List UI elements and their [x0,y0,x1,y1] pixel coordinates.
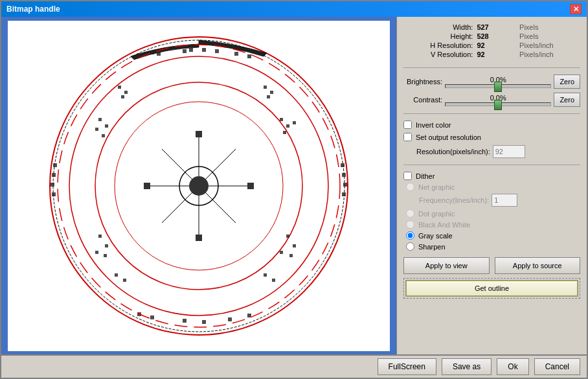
contrast-thumb[interactable] [494,100,502,110]
svg-rect-47 [283,131,286,134]
cancel-button[interactable]: Cancel [534,358,580,375]
black-and-white-radio[interactable] [406,220,414,229]
svg-rect-56 [118,86,121,89]
frequency-input[interactable] [492,194,517,207]
svg-rect-37 [202,320,206,324]
output-resolution-row: Set output resolution [403,133,580,141]
svg-rect-43 [102,134,105,137]
fullscreen-button[interactable]: FullScreen [378,358,436,375]
svg-rect-16 [137,53,141,57]
brightness-row: Brightness: 0.0% Zero [403,75,580,89]
contrast-zero-button[interactable]: Zero [554,93,580,107]
invert-color-label[interactable]: Invert color [416,121,451,129]
resolution-input[interactable] [493,145,525,158]
svg-rect-50 [95,251,98,254]
dot-graphic-radio[interactable] [406,209,414,218]
svg-rect-23 [215,49,219,53]
svg-rect-61 [267,95,270,98]
bitmap-image [8,21,390,351]
right-panel: Width: 527 Pixels Height: 528 Pixels H R… [396,17,587,354]
contrast-row: Contrast: 0.0% Zero [403,93,580,107]
frequency-label: Frequency(lines/inch): [419,196,489,204]
brightness-zero-button[interactable]: Zero [554,75,580,89]
svg-rect-60 [270,91,273,94]
net-graphic-label: Net graphic [418,183,455,191]
height-unit: Pixels [519,32,580,40]
svg-rect-62 [115,273,118,277]
gray-scale-radio[interactable] [406,231,414,240]
sharpen-row: Sharpen [406,242,580,251]
action-buttons: Apply to view Apply to source [403,257,580,274]
svg-rect-42 [95,128,98,131]
brightness-label: Brightness: [403,78,442,86]
resolution-input-label: Resolution(pixels/inch): [416,148,490,155]
separator-3 [403,165,580,165]
bitmap-handle-window: Bitmap handle ✕ [0,0,588,379]
image-area [8,21,390,351]
dither-label[interactable]: Dither [416,172,435,180]
net-graphic-row: Net graphic [406,183,580,191]
ok-button[interactable]: Ok [497,358,528,375]
svg-rect-38 [228,317,232,321]
apply-source-button[interactable]: Apply to source [495,257,581,274]
h-resolution-unit: Pixels/inch [519,41,580,49]
svg-rect-59 [264,86,267,89]
frequency-row: Frequency(lines/inch): [419,194,580,207]
bottom-bar: FullScreen Save as Ok Cancel [1,354,587,378]
brightness-track[interactable] [445,84,551,88]
svg-rect-33 [342,192,346,196]
contrast-label: Contrast: [403,96,442,104]
svg-rect-64 [264,273,267,277]
brightness-thumb[interactable] [494,82,502,92]
h-resolution-value: 92 [477,41,515,49]
v-resolution-unit: Pixels/inch [519,51,580,58]
brightness-slider-container: 0.0% [445,76,551,88]
contrast-slider-container: 0.0% [445,94,551,106]
svg-rect-13 [196,235,202,241]
image-placeholder [8,21,390,351]
v-resolution-value: 92 [477,51,515,58]
svg-rect-58 [121,95,124,98]
output-resolution-label[interactable]: Set output resolution [416,133,481,141]
svg-rect-20 [183,49,187,53]
svg-rect-25 [247,54,251,58]
window-title: Bitmap handle [6,5,60,14]
h-resolution-label: H Resolution: [403,41,473,49]
svg-rect-21 [189,48,193,52]
svg-rect-32 [343,183,347,187]
svg-rect-24 [234,52,238,56]
svg-rect-27 [52,173,56,177]
image-info: Width: 527 Pixels Height: 528 Pixels H R… [403,23,580,58]
svg-rect-45 [286,124,289,128]
svg-rect-36 [183,319,187,323]
svg-rect-40 [98,118,102,121]
width-value: 527 [477,23,515,31]
svg-rect-49 [105,244,108,247]
output-resolution-checkbox[interactable] [403,133,412,141]
svg-rect-28 [51,183,54,187]
dot-graphic-row: Dot graphic [406,209,580,218]
apply-view-button[interactable]: Apply to view [403,257,490,274]
get-outline-button[interactable]: Get outline [405,280,578,297]
save-as-button[interactable]: Save as [442,358,492,375]
svg-rect-19 [157,52,161,56]
dither-checkbox[interactable] [403,172,412,180]
close-button[interactable]: ✕ [570,4,582,14]
svg-rect-65 [272,279,275,282]
height-label: Height: [403,32,473,40]
svg-rect-26 [53,163,57,167]
svg-rect-18 [150,51,154,54]
invert-color-checkbox[interactable] [403,121,412,129]
svg-rect-29 [52,192,56,196]
svg-rect-14 [144,183,150,189]
svg-rect-35 [150,316,154,319]
svg-rect-54 [280,251,283,254]
dot-graphic-label: Dot graphic [418,210,455,218]
dither-checkbox-row: Dither [403,172,580,180]
contrast-track[interactable] [445,102,551,106]
net-graphic-radio[interactable] [406,183,414,191]
svg-rect-41 [105,124,108,128]
sharpen-radio[interactable] [406,242,414,251]
resolution-input-row: Resolution(pixels/inch): [416,145,580,158]
svg-rect-30 [341,163,345,167]
